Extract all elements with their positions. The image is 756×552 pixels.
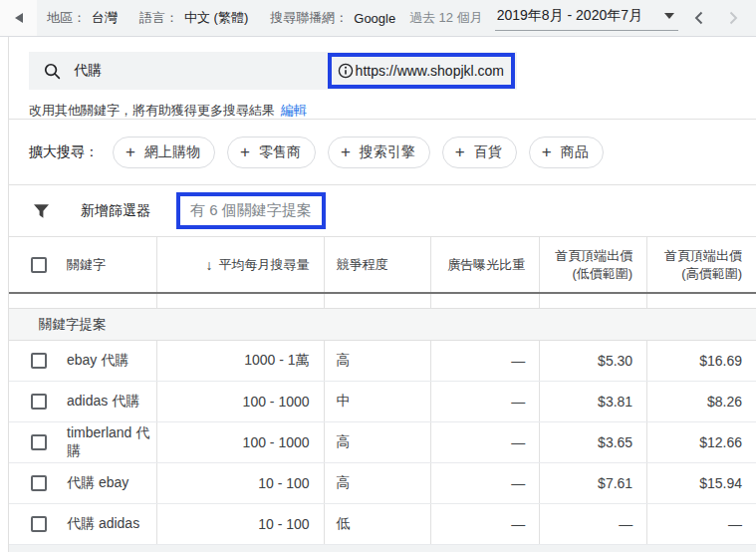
date-range-field[interactable]: 2019年8月 - 2020年7月 — [495, 5, 678, 31]
keyword-cell: timberland 代購 — [9, 422, 157, 462]
chip-label: 網上購物 — [144, 143, 200, 161]
chevron-down-icon — [664, 13, 674, 19]
broaden-chip-department-store[interactable]: + 百貨 — [442, 137, 517, 168]
broaden-chip-online-shopping[interactable]: + 網上購物 — [113, 137, 215, 168]
ad-share-cell: — — [431, 504, 540, 544]
back-arrow-icon — [15, 13, 23, 23]
plus-icon: + — [240, 143, 250, 160]
header-ad-impression-share[interactable]: 廣告曝光比重 — [431, 237, 540, 292]
table-row: adidas 代購 100 - 1000 中 — $3.81 $8.26 — [9, 382, 756, 422]
edit-keywords-link[interactable]: 編輯 — [281, 103, 307, 118]
network-label: 搜尋聯播網： — [270, 9, 348, 27]
filter-button[interactable] — [33, 203, 51, 219]
bid-high-cell: $12.66 — [647, 422, 756, 462]
search-hint-row: 改用其他關鍵字，將有助獲得更多搜尋結果編輯 — [29, 102, 736, 120]
plus-icon: + — [542, 143, 552, 160]
broaden-chip-retailer[interactable]: + 零售商 — [227, 137, 316, 168]
chip-label: 搜索引擎 — [360, 143, 415, 161]
chevron-right-icon — [726, 10, 740, 26]
language-value[interactable]: 中文 (繁體) — [184, 9, 248, 27]
suggestions-count-badge: 有 6 個關鍵字提案 — [190, 201, 312, 220]
broaden-search-label: 擴大搜尋： — [29, 143, 99, 161]
next-period-button[interactable] — [720, 5, 746, 31]
header-top-bid-low[interactable]: 首頁頂端出價 (低價範圍) — [540, 237, 647, 292]
competition-cell: 中 — [325, 382, 432, 421]
broaden-chip-goods[interactable]: + 商品 — [529, 137, 604, 168]
competition-cell: 高 — [325, 422, 432, 462]
sort-descending-icon: ↓ — [206, 257, 213, 273]
header-bid-low-line2: (低價範圍) — [572, 265, 632, 283]
header-avg-monthly-searches[interactable]: ↓ 平均每月搜尋量 — [157, 237, 325, 292]
chevron-left-icon — [692, 10, 706, 26]
broaden-chip-search-engine[interactable]: + 搜索引擎 — [328, 137, 430, 168]
keyword-text: timberland 代購 — [67, 424, 156, 460]
chip-label: 商品 — [561, 143, 589, 161]
date-range-controls: 過去 12 個月 2019年8月 - 2020年7月 — [409, 5, 746, 31]
competition-cell: 高 — [325, 341, 432, 381]
searches-cell: 100 - 1000 — [157, 422, 325, 462]
keyword-query: 代購 — [74, 62, 102, 80]
period-label: 過去 12 個月 — [409, 9, 483, 27]
header-bid-low-line1: 首頁頂端出價 — [555, 247, 632, 265]
back-button[interactable] — [0, 0, 37, 36]
bid-high-cell: — — [647, 504, 756, 544]
competition-cell: 低 — [325, 504, 432, 544]
header-top-bid-high[interactable]: 首頁頂端出價 (高價範圍) — [647, 237, 756, 292]
plus-icon: + — [455, 143, 465, 160]
bid-low-cell: $3.65 — [540, 422, 647, 462]
keyword-text: 代購 adidas — [67, 515, 139, 533]
date-range-value: 2019年8月 - 2020年7月 — [497, 7, 642, 25]
bid-high-cell: $15.94 — [647, 463, 756, 503]
bid-low-cell: $7.61 — [540, 463, 647, 503]
row-checkbox[interactable] — [31, 353, 47, 369]
network-selector[interactable]: 搜尋聯播網： Google — [270, 9, 395, 27]
row-checkbox[interactable] — [31, 434, 47, 450]
main-pane: 代購 https://www.shopjkl.com 改用其他關鍵字，將有助獲得… — [8, 37, 756, 552]
header-keyword[interactable]: 關鍵字 — [9, 237, 157, 292]
row-checkbox[interactable] — [31, 475, 47, 491]
language-selector[interactable]: 語言： 中文 (繁體) — [139, 9, 248, 27]
header-bid-high-line1: 首頁頂端出價 — [664, 247, 742, 265]
broaden-search-section: 擴大搜尋： + 網上購物 + 零售商 + 搜索引擎 + 百貨 + 商品 — [9, 120, 756, 185]
keyword-ideas-section-header: 關鍵字提案 — [9, 308, 756, 341]
prev-period-button[interactable] — [686, 5, 712, 31]
add-filter-button[interactable]: 新增篩選器 — [81, 202, 150, 220]
keyword-search-box[interactable]: 代購 https://www.shopjkl.com — [29, 52, 517, 90]
table-row: 代購 ebay 10 - 100 高 — $7.61 $15.94 — [9, 463, 756, 504]
table-row: ebay 代購 1000 - 1萬 高 — $5.30 $16.69 — [9, 341, 756, 382]
top-settings-bar: 地區： 台灣 語言： 中文 (繁體) 搜尋聯播網： Google 過去 12 個… — [0, 0, 756, 37]
select-all-checkbox[interactable] — [31, 257, 47, 273]
search-hint-text: 改用其他關鍵字，將有助獲得更多搜尋結果 — [29, 103, 275, 118]
ad-share-cell: — — [431, 422, 540, 462]
keyword-text: adidas 代購 — [67, 393, 139, 411]
keyword-planner-page: 地區： 台灣 語言： 中文 (繁體) 搜尋聯播網： Google 過去 12 個… — [0, 0, 756, 552]
table-row: 代購 adidas 10 - 100 低 — — — — [9, 504, 756, 545]
network-value[interactable]: Google — [354, 11, 395, 26]
language-label: 語言： — [139, 9, 178, 27]
location-selector[interactable]: 地區： 台灣 — [47, 9, 118, 27]
header-competition-label: 競爭程度 — [337, 256, 388, 274]
bid-high-cell: $16.69 — [647, 341, 756, 381]
table-spacer-row — [9, 294, 756, 308]
searches-cell: 1000 - 1萬 — [157, 341, 325, 381]
keyword-cell: ebay 代購 — [9, 341, 157, 381]
competition-cell: 高 — [325, 463, 432, 503]
bid-low-cell: $5.30 — [540, 341, 647, 381]
plus-icon: + — [341, 143, 351, 160]
header-competition[interactable]: 競爭程度 — [325, 237, 432, 292]
table-header-row: 關鍵字 ↓ 平均每月搜尋量 競爭程度 廣告曝光比重 首頁頂端出價 (低價範圍) … — [9, 236, 756, 294]
search-icon — [43, 62, 62, 81]
table-footer-strip — [9, 545, 756, 552]
chip-label: 零售商 — [259, 143, 301, 161]
row-checkbox[interactable] — [31, 394, 47, 410]
row-checkbox[interactable] — [31, 516, 47, 532]
filter-bar: 新增篩選器 有 6 個關鍵字提案 — [9, 185, 756, 236]
bid-low-cell: $3.81 — [540, 382, 647, 421]
keyword-cell: 代購 adidas — [9, 504, 157, 544]
keyword-cell: adidas 代購 — [9, 382, 157, 421]
searches-cell: 10 - 100 — [157, 463, 325, 503]
location-value[interactable]: 台灣 — [92, 9, 118, 27]
site-url-chip[interactable]: https://www.shopjkl.com — [356, 63, 504, 79]
ad-share-cell: — — [431, 463, 540, 503]
keyword-text: ebay 代購 — [67, 352, 128, 370]
